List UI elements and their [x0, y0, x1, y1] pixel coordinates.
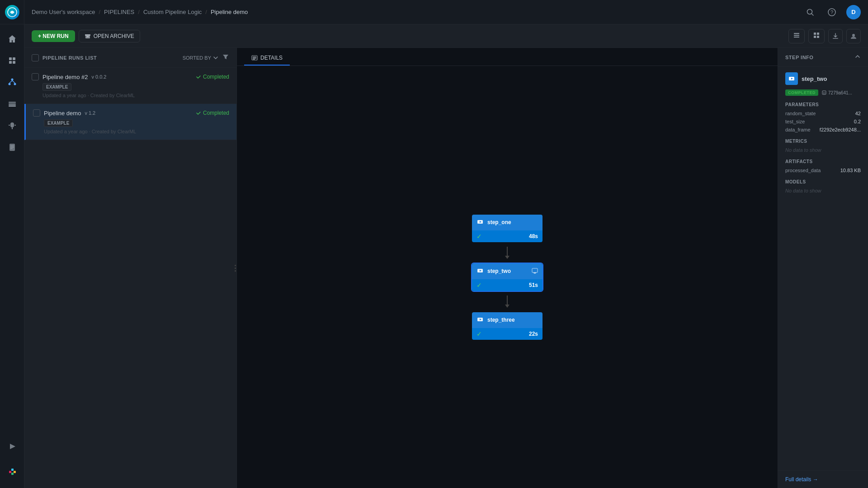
step-info-content: step_two COMPLETED ID 7279a641... P	[778, 67, 868, 470]
breadcrumb-pipelines[interactable]: PIPELINES	[104, 9, 134, 15]
svg-text:ID: ID	[823, 92, 826, 94]
svg-rect-39	[833, 38, 838, 39]
search-icon[interactable]	[803, 5, 817, 19]
details-tab-icon	[251, 55, 258, 61]
svg-rect-38	[817, 36, 819, 38]
sidebar-item-slack[interactable]	[3, 463, 21, 481]
svg-rect-15	[12, 127, 13, 129]
step-info-panel: STEP INFO ste	[778, 48, 868, 488]
svg-rect-19	[10, 148, 13, 149]
svg-rect-36	[817, 33, 819, 35]
run-checkbox[interactable]	[32, 73, 39, 80]
canvas-tabs: DETAILS	[237, 48, 778, 66]
run-tag: EXAMPLE	[44, 119, 73, 127]
collapse-icon[interactable]	[854, 53, 861, 61]
check-icon	[196, 110, 201, 116]
run-version: v 1.2	[85, 110, 95, 116]
param-value: f2292e2ecb9248...	[820, 127, 861, 132]
user-avatar[interactable]: D	[846, 5, 861, 19]
svg-rect-42	[253, 57, 256, 57]
open-archive-button[interactable]: OPEN ARCHIVE	[79, 30, 140, 42]
canvas-content: step_one ✓ 48s	[237, 66, 778, 488]
svg-rect-13	[9, 125, 10, 126]
pipeline-step-three[interactable]: step_three ✓ 22s	[471, 311, 543, 341]
tab-details[interactable]: DETAILS	[244, 51, 290, 66]
svg-point-6	[8, 83, 10, 85]
pipeline-step-one[interactable]: step_one ✓ 48s	[471, 214, 543, 243]
svg-rect-17	[10, 145, 14, 146]
user-settings-icon[interactable]	[846, 29, 861, 43]
param-key: test_size	[785, 119, 852, 124]
step-two-extra-icon	[532, 267, 538, 275]
run-checkbox[interactable]	[33, 109, 40, 117]
breadcrumb-sep3: /	[205, 9, 207, 15]
sidebar-item-pipelines[interactable]	[3, 73, 21, 91]
archive-icon	[85, 33, 91, 39]
step-three-header: step_three	[472, 312, 542, 328]
artifact-value: 10.83 KB	[840, 168, 861, 173]
step-three-time: 22s	[529, 331, 538, 337]
svg-marker-20	[10, 444, 15, 449]
run-item-header: Pipeline demo v 1.2 Completed	[33, 109, 229, 117]
svg-rect-4	[13, 61, 15, 64]
full-details-link[interactable]: Full details →	[778, 470, 868, 488]
app-logo[interactable]	[0, 0, 24, 24]
pipeline-step-two[interactable]: step_two ✓ 51s	[471, 263, 543, 292]
sidebar-item-deploy[interactable]	[3, 437, 21, 455]
grid-view-button[interactable]	[808, 29, 825, 43]
download-icon[interactable]	[828, 29, 843, 43]
logo-circle	[5, 5, 19, 19]
svg-rect-24	[14, 471, 16, 473]
parameters-title: PARAMETERS	[785, 102, 861, 107]
param-value: 42	[855, 111, 861, 116]
sorted-by-label: SORTED BY	[183, 55, 211, 61]
sidebar-item-reports[interactable]	[3, 138, 21, 156]
sorted-by-dropdown[interactable]: SORTED BY	[183, 55, 218, 61]
svg-line-26	[812, 14, 814, 15]
toolbar-right-icons	[788, 29, 861, 43]
main-content: Demo User's workspace / PIPELINES / Cust…	[24, 0, 868, 488]
svg-rect-23	[11, 473, 14, 475]
run-status: Completed	[196, 74, 229, 80]
sidebar-item-home[interactable]	[3, 30, 21, 48]
svg-rect-35	[814, 33, 816, 35]
run-item[interactable]: Pipeline demo v 1.2 Completed EXAMPLE Up…	[24, 104, 236, 140]
step-one-time: 48s	[529, 233, 538, 239]
svg-point-40	[852, 34, 855, 37]
sidebar-item-datasets[interactable]	[3, 95, 21, 113]
svg-rect-50	[533, 272, 536, 273]
select-all-checkbox[interactable]	[32, 54, 39, 61]
step-three-check-icon: ✓	[476, 330, 482, 338]
svg-rect-12	[9, 105, 16, 107]
svg-rect-10	[9, 102, 16, 103]
run-item[interactable]: Pipeline demo #2 v 0.0.2 Completed EXAMP…	[24, 68, 236, 104]
breadcrumb-custom[interactable]: Custom Pipeline Logic	[143, 9, 202, 15]
svg-rect-31	[87, 36, 89, 37]
step-two-check-icon: ✓	[476, 282, 482, 289]
sidebar-item-experiments[interactable]	[3, 52, 21, 70]
step-info-header: STEP INFO	[778, 48, 868, 67]
svg-text:?: ?	[830, 9, 833, 15]
filter-icon[interactable]	[222, 53, 229, 62]
run-status: Completed	[196, 110, 229, 116]
help-icon[interactable]: ?	[825, 5, 839, 19]
panel-resizer[interactable]	[234, 48, 236, 488]
svg-line-8	[9, 81, 12, 83]
step-three-icon	[476, 316, 484, 324]
step-one-body: ✓ 48s	[472, 230, 542, 242]
step-name-info: step_two	[802, 75, 827, 82]
open-archive-label: OPEN ARCHIVE	[94, 33, 134, 39]
run-meta: Updated a year ago · Created by ClearML	[44, 129, 229, 134]
svg-rect-51	[534, 273, 536, 273]
run-tag: EXAMPLE	[42, 83, 71, 91]
models-title: MODELS	[785, 179, 861, 184]
sidebar-item-bugs[interactable]	[3, 117, 21, 135]
check-icon	[196, 74, 201, 80]
svg-rect-32	[794, 33, 799, 34]
breadcrumb: Demo User's workspace / PIPELINES / Cust…	[32, 9, 803, 15]
list-view-button[interactable]	[788, 29, 805, 43]
breadcrumb-workspace[interactable]: Demo User's workspace	[32, 9, 95, 15]
toolbar: + NEW RUN OPEN ARCHIVE	[24, 24, 868, 48]
new-run-button[interactable]: + NEW RUN	[32, 30, 75, 42]
run-meta: Updated a year ago · Created by ClearML	[42, 93, 229, 98]
